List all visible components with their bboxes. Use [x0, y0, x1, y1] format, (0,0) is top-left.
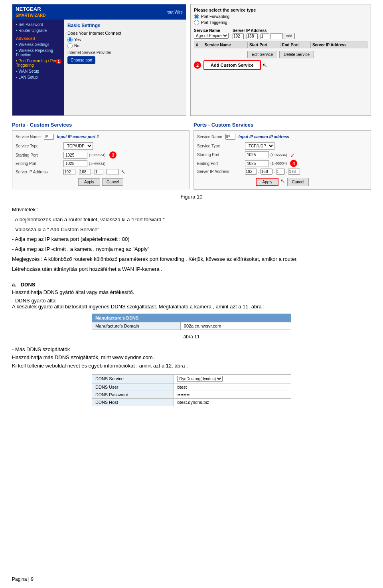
no-option[interactable]: No: [67, 43, 183, 48]
service-type-select-right[interactable]: TCP/UDP: [245, 142, 274, 150]
ip1-right[interactable]: [245, 169, 257, 175]
ip4-left[interactable]: [107, 169, 118, 175]
cancel-button-right[interactable]: Cancel: [287, 178, 308, 186]
server-ip-label: Server IP Address: [233, 28, 295, 33]
sidebar-router-upgrade[interactable]: • Router Upgrade: [14, 28, 62, 34]
service-name-input-left[interactable]: [44, 134, 54, 140]
annotation-left: Input IP camera port #: [57, 135, 99, 139]
service-name-select[interactable]: Age-of-Empire: [194, 33, 229, 39]
ending-port-hint-right: (1~65534): [270, 161, 287, 165]
top-screenshots-section: NETGEARSMARTWIZARD rout Wire • Set Passw…: [12, 4, 371, 116]
ip3-right[interactable]: [276, 169, 285, 175]
domain-value: 002alcn.nwsvr.com: [180, 322, 291, 330]
main-text-section: Műveletek : - A bejelentkezés után a rou…: [12, 206, 371, 274]
ending-port-hint-left: (1~65534): [89, 162, 105, 166]
annotation-row-left: Service Name Input IP camera port #: [16, 134, 186, 140]
ip3-left[interactable]: [95, 169, 103, 175]
ddns-intro: Használhatja DDNS gyártó által vagy más …: [12, 289, 371, 295]
ddns-service-value: DynDns.org(dyndns): [174, 374, 291, 383]
apply-button-left[interactable]: Apply: [78, 178, 100, 186]
cursor-icon-right: ↖: [280, 178, 285, 186]
sidebar-set-password[interactable]: • Set Password: [14, 22, 62, 28]
col-service-name: Service Name: [203, 42, 247, 48]
yes-option[interactable]: Yes: [67, 37, 183, 42]
ip4-right[interactable]: [288, 169, 300, 175]
service-type-row-left: Service Type TCP/UDP: [16, 142, 186, 150]
ending-port-input-left[interactable]: [63, 160, 87, 167]
service-type-prompt: Please select the service type: [194, 8, 367, 12]
sidebar-advanced: Advanced: [14, 36, 62, 42]
ddns-service-select[interactable]: DynDns.org(dyndns): [177, 376, 223, 382]
main-note: Megjegyzés : A különböző routerek különb…: [12, 255, 371, 264]
manufactures-ddns-table: Manufacture's DDNS Manufacture's Domain …: [92, 314, 291, 330]
cancel-button-left[interactable]: Cancel: [102, 178, 123, 186]
service-name-input-right[interactable]: [225, 134, 235, 140]
server-ip-4[interactable]: [270, 33, 283, 39]
starting-port-input-right[interactable]: [245, 151, 269, 158]
starting-port-hint-right: (1~65534): [270, 153, 287, 157]
ddns-service-label: DDNS Service: [92, 374, 174, 383]
starting-port-hint-left: (1~65534): [89, 153, 105, 157]
main-line-1: - A bejelentkezés után a router felület,…: [12, 216, 371, 224]
sidebar-port-forwarding[interactable]: • Port Forwarding / Port Triggering: [14, 58, 62, 68]
right-form-title: Ports - Custom Services: [193, 122, 371, 128]
sidebar-wireless-repeating[interactable]: • Wireless Repeating Function: [14, 48, 62, 58]
server-ip-2[interactable]: [247, 33, 258, 39]
apply-cancel-left: Apply Cancel: [16, 178, 186, 186]
port-triggering-option[interactable]: Port Triggering: [194, 20, 367, 25]
add-custom-service-button[interactable]: Add Custom Service: [203, 60, 261, 70]
starting-port-row-right: Starting Port (1~65534) ↙: [197, 151, 367, 158]
manufacturer-desc: A készülék gyártó által biztosított ingy…: [12, 304, 371, 310]
left-form-title: Ports - Custom Services: [12, 122, 190, 128]
ending-port-input-right[interactable]: [245, 160, 269, 167]
ddns-section: a. DDNS Használhatja DDNS gyártó által v…: [12, 282, 371, 406]
sidebar-wireless-settings[interactable]: • Wireless Settings: [14, 42, 62, 48]
ddns-password-label: DDNS Password: [92, 391, 174, 398]
server-ip-label-left: Server IP Address: [16, 170, 63, 174]
apply-button-right[interactable]: Apply: [256, 178, 278, 186]
sidebar-wan-setup[interactable]: • WAN Setup: [14, 68, 62, 74]
more-ddns-text: - Más DDNS szolgáltatók Használhatja más…: [12, 346, 371, 370]
ending-port-row-right: Ending Port (1~65534) 4: [197, 160, 367, 167]
ip2-right[interactable]: [261, 169, 272, 175]
edit-service-button[interactable]: Edit Service: [247, 51, 277, 58]
ending-port-label-right: Ending Port: [197, 161, 245, 166]
isp-label: Internet Service Provider: [67, 50, 183, 55]
add-custom-row: 2 Add Custom Service ↖: [194, 60, 367, 70]
router-content: • Set Password • Router Upgrade Advanced…: [12, 20, 186, 115]
netgear-header: NETGEARSMARTWIZARD rout Wire: [12, 4, 186, 20]
service-name-label: Service Name: [194, 28, 229, 33]
starting-port-input-left[interactable]: [63, 152, 87, 159]
server-ip-1[interactable]: [233, 33, 244, 39]
delete-service-button[interactable]: Delete Service: [279, 51, 314, 58]
ip2-left[interactable]: [79, 169, 91, 175]
right-form-container: Ports - Custom Services Service Name Inp…: [193, 122, 371, 190]
figure-11-caption: ábra 11: [12, 334, 371, 340]
muveletek-heading: Műveletek :: [12, 206, 371, 214]
service-type-label-right: Service Type: [197, 144, 245, 148]
service-type-select-left[interactable]: TCP/UDP: [63, 142, 93, 150]
port-forwarding-option[interactable]: Port Forwarding: [194, 14, 367, 19]
ddns-form-table: DDNS Service DynDns.org(dyndns) DDNS Use…: [92, 374, 291, 406]
starting-port-row-left: Starting Port (1~65534) 3: [16, 151, 186, 159]
ddns-header-title: DDNS: [21, 282, 36, 288]
internet-question: Does Your Internet Connect: [67, 31, 183, 36]
ip-inputs-left: . . . ↖: [63, 169, 126, 175]
server-ip-3[interactable]: [261, 33, 269, 39]
add-button[interactable]: Add: [284, 33, 295, 39]
ddns-header-a: a.: [12, 282, 16, 288]
other-ddns-desc2: Ki kell töltenie weboldal nevét és egyéb…: [12, 362, 371, 370]
choose-port-button[interactable]: Choose port: [67, 56, 95, 64]
netgear-logo: NETGEARSMARTWIZARD: [16, 6, 46, 18]
ip-inputs-right: . . .: [245, 169, 300, 175]
service-type-row-right: Service Type TCP/UDP: [197, 142, 367, 150]
cursor-icon-left: ↖: [121, 169, 126, 175]
ddns-host-value: btest.dyndns.biz: [174, 398, 291, 406]
left-custom-service-form: Service Name Input IP camera port # Serv…: [12, 130, 190, 189]
apply-cancel-right: Apply ↖ Cancel: [197, 178, 367, 186]
ip1-left[interactable]: [63, 169, 75, 175]
sidebar-lan-setup[interactable]: • LAN Setup: [14, 74, 62, 80]
router-sidebar: • Set Password • Router Upgrade Advanced…: [12, 20, 64, 115]
server-ip-label-right: Server IP Address: [197, 169, 245, 174]
main-line-5: Létrehozása után átirányítás port hozzáf…: [12, 265, 371, 274]
